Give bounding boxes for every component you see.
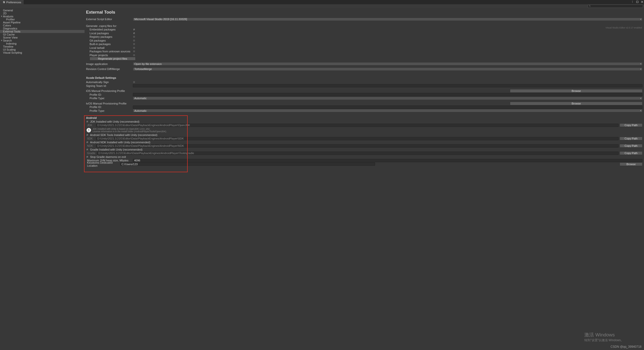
sidebar-item-indexing[interactable]: Indexing (0, 42, 85, 45)
checkbox-csproj-7[interactable] (133, 54, 135, 56)
dropdown-image-app[interactable]: Open by file extension ▾ (133, 62, 642, 65)
checkbox-auto-sign[interactable] (133, 81, 135, 83)
label-tvos-profile-type: Profile Type: (86, 109, 133, 112)
preferences-main: External Tools Visual Studio Editor v2.0… (85, 8, 644, 350)
sidebar-item-diagnostics[interactable]: Diagnostics (0, 27, 85, 30)
checkbox-stop-daemons[interactable]: ✓ (86, 156, 89, 158)
search-input[interactable] (588, 5, 643, 8)
dropdown-value: Open by file extension (134, 62, 162, 65)
sidebar-item-colors[interactable]: Colors (0, 24, 85, 27)
dropdown-ios-profile-type[interactable]: Automatic ▾ (133, 97, 642, 100)
svg-rect-3 (636, 1, 638, 3)
label-csproj-header: Generate .csproj files for: (86, 24, 133, 27)
checkbox-csproj-6[interactable] (133, 50, 135, 53)
field-keystore[interactable]: C:/Users/123 (120, 162, 375, 166)
label-csproj-4: Built-in packages (86, 43, 133, 46)
sidebar-item-label: Profiler (6, 18, 15, 21)
label-csproj-6: Packages from unknown sources (86, 50, 133, 53)
dropdown-value: TortoiseMerge (134, 67, 152, 71)
browse-keystore-button[interactable]: Browse (620, 162, 642, 166)
sidebar-item-label: Timeline (3, 45, 13, 48)
checkbox-sdk[interactable]: ✓ (86, 134, 89, 136)
label-gradle-chk: Gradle Installed with Unity (recommended… (90, 148, 142, 151)
sidebar-item-label: GI Cache (3, 33, 15, 36)
sidebar-item-label: Colors (3, 24, 11, 27)
copy-path-sdk-button[interactable]: Copy Path (620, 137, 642, 140)
checkbox-csproj-3[interactable] (133, 39, 135, 42)
csdn-watermark: CSDN @qq_39940718 (611, 345, 641, 348)
chevron-down-icon: ▾ (640, 18, 641, 20)
label-auto-sign: Automatically Sign (86, 81, 133, 84)
sidebar-item-general[interactable]: General (0, 9, 85, 12)
jdk-info-line1: JDK installed with Unity is based on Ope… (93, 128, 167, 130)
sidebar-item-timeline[interactable]: Timeline (0, 45, 85, 48)
window-maximize-icon[interactable] (635, 0, 639, 4)
copy-path-jdk-button[interactable]: Copy Path (620, 123, 642, 127)
chevron-down-icon: ▾ (640, 97, 641, 99)
fold-icon: ▼ (1, 39, 3, 42)
sidebar-item-label: External Tools (3, 30, 20, 33)
page-title: External Tools (86, 10, 642, 15)
window-close-icon[interactable] (640, 0, 644, 4)
checkbox-csproj-0[interactable]: ✓ (133, 28, 135, 31)
browse-ios-button[interactable]: Browse (510, 89, 642, 93)
sidebar-item-label: Visual Scripting (3, 51, 22, 54)
browse-tvos-button[interactable]: Browse (510, 102, 642, 105)
svg-point-1 (632, 2, 633, 2)
sidebar-item-label: Asset Pipeline (3, 21, 21, 24)
sidebar-item-label: Diagnostics (3, 27, 17, 30)
checkbox-csproj-1[interactable]: ✓ (133, 32, 135, 34)
windows-activation-watermark: 激活 Windows 转到"设置"以激活 Windows。 (584, 332, 624, 342)
label-script-editor: External Script Editor (86, 18, 133, 21)
tvos-prov-header: tvOS Manual Provisioning Profile (86, 102, 127, 105)
field-jvm-heap[interactable]: 4096 (133, 159, 642, 162)
sidebar-item-2d[interactable]: 2D (0, 12, 85, 15)
sidebar-item-label: Scene View (3, 36, 18, 39)
field-ios-profile-id[interactable] (133, 93, 642, 96)
dropdown-value: Automatic (134, 97, 147, 100)
checkbox-csproj-5[interactable] (133, 47, 135, 49)
copy-path-ndk-button[interactable]: Copy Path (620, 144, 642, 148)
dropdown-value: Microsoft Visual Studio 2019 [16.11.3332… (134, 18, 187, 21)
sidebar-item-label: UI Scaling (3, 48, 16, 51)
sidebar-item-external-tools[interactable]: External Tools (0, 30, 85, 33)
label-csproj-5: Local tarball (86, 46, 133, 49)
sidebar-item-ui-scaling[interactable]: UI Scaling (0, 48, 85, 51)
input-team-id[interactable] (133, 84, 642, 87)
label-sdk: SDK (86, 137, 96, 140)
fold-icon: ▼ (1, 15, 3, 18)
label-team-id: Signing Team Id: (86, 84, 133, 87)
dropdown-diffmerge[interactable]: TortoiseMerge ▾ (133, 67, 642, 71)
chevron-down-icon: ▾ (640, 68, 641, 70)
jdk-info-line2: License information is in the install fo… (93, 130, 167, 133)
info-icon: ! (87, 128, 91, 132)
label-image-app: Image application (86, 62, 133, 65)
regenerate-project-files-button[interactable]: Regenerate project files (90, 57, 136, 60)
xcode-section-header: Xcode Default Settings (86, 76, 116, 79)
svg-point-0 (632, 1, 633, 1)
sidebar-item-scene-view[interactable]: Scene View (0, 36, 85, 39)
sidebar-item-analysis[interactable]: ▼Analysis (0, 15, 85, 18)
label-stop-daemons: Stop Gradle daemons on exit (90, 155, 126, 158)
copy-path-gradle-button[interactable]: Copy Path (620, 151, 642, 155)
tab-label: Preferences (6, 1, 21, 4)
sidebar-item-profiler[interactable]: Profiler (0, 18, 85, 21)
checkbox-gradle[interactable]: ✓ (86, 148, 89, 151)
sidebar-item-gi-cache[interactable]: GI Cache (0, 33, 85, 36)
dropdown-tvos-profile-type[interactable]: Automatic ▾ (133, 109, 642, 112)
window-more-icon[interactable] (630, 0, 634, 4)
sidebar-item-asset-pipeline[interactable]: Asset Pipeline (0, 21, 85, 24)
tab-preferences[interactable]: Preferences (0, 0, 24, 4)
field-tvos-profile-id[interactable] (133, 106, 642, 109)
checkbox-jdk[interactable]: ✓ (86, 120, 89, 123)
checkbox-csproj-4[interactable] (133, 43, 135, 45)
checkbox-csproj-2[interactable] (133, 36, 135, 38)
dropdown-script-editor[interactable]: Microsoft Visual Studio 2019 [16.11.3332… (133, 18, 642, 21)
search-icon (589, 5, 591, 8)
gear-icon (3, 1, 5, 4)
sidebar-item-search[interactable]: ▼Search (0, 39, 85, 42)
label-tvos-profile-id: Profile ID: (86, 106, 133, 109)
checkbox-ndk[interactable]: ✓ (86, 141, 89, 144)
sidebar-item-visual-scripting[interactable]: Visual Scripting (0, 51, 85, 54)
label-csproj-0: Embedded packages (86, 28, 133, 31)
